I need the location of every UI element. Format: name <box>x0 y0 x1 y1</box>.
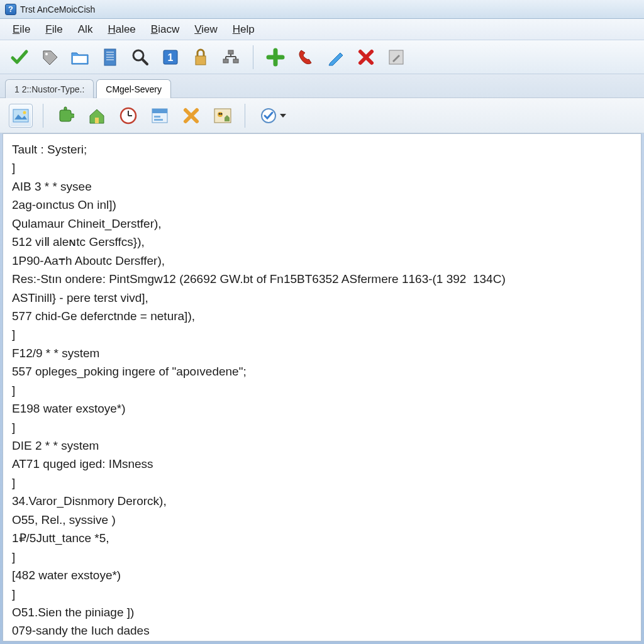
plugin-icon[interactable] <box>53 104 77 128</box>
menu-view[interactable]: View <box>188 21 224 38</box>
svg-point-21 <box>23 111 26 114</box>
folder-icon[interactable] <box>69 47 91 68</box>
svg-rect-13 <box>223 59 228 63</box>
picture-icon[interactable] <box>211 104 235 128</box>
window-title: Trst AnCeMoicCish <box>20 4 95 14</box>
svg-rect-22 <box>95 118 99 123</box>
svg-rect-12 <box>228 50 233 54</box>
menu-halee[interactable]: Halee <box>101 21 142 38</box>
house-icon[interactable] <box>85 104 109 128</box>
document-icon[interactable] <box>99 47 121 68</box>
tag-icon[interactable] <box>39 47 60 68</box>
tab-cmgel-severy[interactable]: CMgel-Severy <box>96 79 171 98</box>
dropdown-caret-icon <box>280 114 286 118</box>
svg-text:1: 1 <box>168 52 174 63</box>
toolbar-separator <box>253 45 253 69</box>
menu-alk[interactable]: Alk <box>72 21 99 38</box>
check-icon[interactable] <box>9 47 30 68</box>
svg-point-33 <box>221 113 223 114</box>
one-icon[interactable]: 1 <box>160 47 181 68</box>
svg-rect-20 <box>13 109 28 122</box>
svg-rect-29 <box>154 119 163 121</box>
search-icon[interactable] <box>130 47 151 68</box>
pencil-icon[interactable] <box>325 47 347 68</box>
delete-icon[interactable] <box>355 47 377 68</box>
svg-line-8 <box>142 59 147 64</box>
clock-icon[interactable] <box>116 104 140 128</box>
network-icon[interactable] <box>220 47 242 68</box>
tab-strip: 1 2::Nustor-Type.: CMgel-Severy <box>0 74 644 98</box>
secondary-toolbar <box>0 98 644 133</box>
menu-file[interactable]: File <box>39 21 69 38</box>
svg-point-32 <box>219 113 221 114</box>
menu-help[interactable]: Help <box>226 21 261 38</box>
svg-rect-28 <box>154 116 160 118</box>
toolbar2-separator <box>43 104 43 128</box>
menubar: Eile File Alk Halee Biacw View Help <box>0 19 644 40</box>
phone-icon[interactable] <box>295 47 316 68</box>
svg-rect-14 <box>233 59 238 63</box>
menu-biacw[interactable]: Biacw <box>145 21 186 38</box>
menu-eile[interactable]: Eile <box>6 21 36 38</box>
svg-rect-1 <box>73 56 87 63</box>
titlebar: ? Trst AnCeMoicCish <box>0 0 644 19</box>
tab-nustor-type[interactable]: 1 2::Nustor-Type.: <box>5 79 94 98</box>
image-edit-icon[interactable] <box>9 104 33 128</box>
toolbar2-separator-2 <box>245 104 245 128</box>
panel-icon[interactable] <box>148 104 172 128</box>
plus-icon[interactable] <box>265 47 286 68</box>
lock-icon[interactable] <box>190 47 211 68</box>
app-icon: ? <box>5 4 16 15</box>
svg-point-0 <box>45 53 48 55</box>
svg-rect-27 <box>152 109 167 113</box>
main-toolbar: 1 <box>0 40 644 74</box>
edit-box-icon[interactable] <box>386 47 407 68</box>
check-circle-icon[interactable] <box>255 104 291 128</box>
cross-icon[interactable] <box>179 104 203 128</box>
svg-rect-11 <box>196 56 206 65</box>
editor-content[interactable]: Tault : Systeri; ] AIB 3 * * sysee 2ag-o… <box>3 133 641 641</box>
